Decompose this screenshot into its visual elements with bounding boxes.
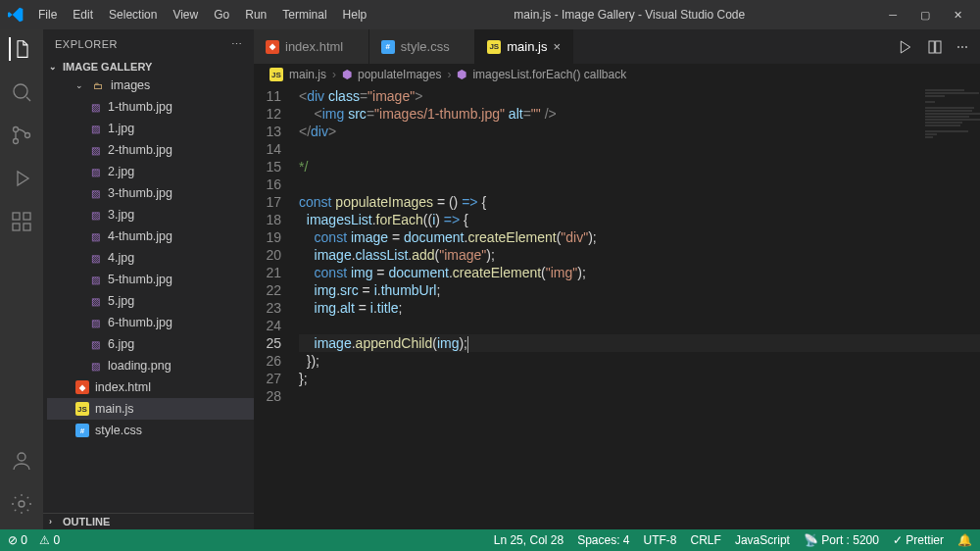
explorer-icon[interactable] bbox=[9, 37, 32, 61]
outline-section[interactable]: › OUTLINE bbox=[43, 514, 254, 529]
code-editor[interactable]: 111213141516171819202122232425262728 <di… bbox=[254, 85, 980, 529]
menu-terminal[interactable]: Terminal bbox=[275, 4, 333, 25]
tab-label: style.css bbox=[401, 39, 450, 54]
line-number: 20 bbox=[254, 246, 281, 264]
image-icon: ▨ bbox=[88, 273, 102, 286]
code-line[interactable]: }); bbox=[299, 352, 980, 370]
minimize-icon[interactable]: ─ bbox=[885, 9, 901, 22]
file-4.jpg[interactable]: ▨4.jpg bbox=[47, 247, 254, 269]
project-section[interactable]: ⌄ IMAGE GALLERY bbox=[43, 59, 254, 75]
account-icon[interactable] bbox=[10, 449, 33, 473]
indentation[interactable]: Spaces: 4 bbox=[577, 533, 629, 547]
code-line[interactable]: const populateImages = () => { bbox=[299, 193, 980, 211]
line-number: 22 bbox=[254, 281, 281, 299]
line-number: 11 bbox=[254, 87, 281, 105]
file-3-thumb.jpg[interactable]: ▨3-thumb.jpg bbox=[47, 182, 254, 204]
debug-icon[interactable] bbox=[10, 167, 33, 190]
file-2.jpg[interactable]: ▨2.jpg bbox=[47, 161, 254, 182]
menu-run[interactable]: Run bbox=[238, 4, 273, 25]
code-line[interactable]: }; bbox=[299, 370, 980, 387]
line-number: 26 bbox=[254, 352, 281, 370]
outline-label: OUTLINE bbox=[63, 516, 110, 527]
file-index.html[interactable]: ◆index.html bbox=[47, 376, 254, 398]
menu-help[interactable]: Help bbox=[336, 4, 374, 25]
code-line[interactable]: imagesList.forEach((i) => { bbox=[299, 211, 980, 228]
file-loading.png[interactable]: ▨loading.png bbox=[47, 355, 254, 376]
file-1.jpg[interactable]: ▨1.jpg bbox=[47, 118, 254, 139]
live-server[interactable]: 📡 Port : 5200 bbox=[804, 533, 879, 547]
code-line[interactable]: const img = document.createElement("img"… bbox=[299, 264, 980, 281]
file-5-thumb.jpg[interactable]: ▨5-thumb.jpg bbox=[47, 269, 254, 290]
menu-view[interactable]: View bbox=[166, 4, 205, 25]
close-icon[interactable]: ✕ bbox=[950, 9, 966, 22]
warnings-count[interactable]: ⚠ 0 bbox=[39, 533, 60, 547]
file-label: 3-thumb.jpg bbox=[108, 186, 172, 200]
menu-edit[interactable]: Edit bbox=[66, 4, 100, 25]
notifications-icon[interactable]: 🔔 bbox=[957, 533, 972, 547]
menu-selection[interactable]: Selection bbox=[102, 4, 164, 25]
breadcrumbs[interactable]: JS main.js › ⬢ populateImages › ⬢ images… bbox=[254, 64, 980, 85]
folder-images[interactable]: ⌄ 🗀 images bbox=[47, 75, 254, 96]
close-icon[interactable]: × bbox=[553, 39, 561, 54]
code-line[interactable]: <div class="image"> bbox=[299, 87, 980, 105]
code-line[interactable]: */ bbox=[299, 158, 980, 175]
code-line[interactable] bbox=[299, 175, 980, 193]
file-label: 5-thumb.jpg bbox=[108, 273, 172, 286]
file-6-thumb.jpg[interactable]: ▨6-thumb.jpg bbox=[47, 312, 254, 333]
more-icon[interactable]: ⋯ bbox=[956, 40, 968, 54]
code-content[interactable]: <div class="image"> <img src="images/1-t… bbox=[299, 85, 980, 529]
language-mode[interactable]: JavaScript bbox=[735, 533, 790, 547]
file-4-thumb.jpg[interactable]: ▨4-thumb.jpg bbox=[47, 225, 254, 247]
file-1-thumb.jpg[interactable]: ▨1-thumb.jpg bbox=[47, 96, 254, 118]
code-line[interactable]: img.src = i.thumbUrl; bbox=[299, 281, 980, 299]
tab-index.html[interactable]: ◆index.html× bbox=[254, 29, 369, 64]
menu-go[interactable]: Go bbox=[207, 4, 236, 25]
encoding[interactable]: UTF-8 bbox=[644, 533, 677, 547]
bc-fn2[interactable]: imagesList.forEach() callback bbox=[472, 68, 626, 81]
image-icon: ▨ bbox=[88, 294, 102, 308]
css-icon: # bbox=[381, 40, 395, 54]
errors-count[interactable]: ⊘ 0 bbox=[8, 533, 27, 547]
file-main.js[interactable]: JSmain.js bbox=[47, 398, 254, 420]
line-number: 15 bbox=[254, 158, 281, 175]
code-line[interactable]: img.alt = i.title; bbox=[299, 299, 980, 317]
eol[interactable]: CRLF bbox=[691, 533, 721, 547]
tab-main.js[interactable]: JSmain.js× bbox=[475, 29, 573, 64]
code-line[interactable]: </div> bbox=[299, 123, 980, 140]
code-line[interactable]: const image = document.createElement("di… bbox=[299, 228, 980, 246]
code-line[interactable]: image.classList.add("image"); bbox=[299, 246, 980, 264]
file-3.jpg[interactable]: ▨3.jpg bbox=[47, 204, 254, 225]
cursor-position[interactable]: Ln 25, Col 28 bbox=[494, 533, 564, 547]
file-style.css[interactable]: #style.css bbox=[47, 420, 254, 441]
code-line[interactable]: image.appendChild(img); bbox=[299, 334, 980, 352]
gear-icon[interactable] bbox=[10, 492, 33, 516]
file-2-thumb.jpg[interactable]: ▨2-thumb.jpg bbox=[47, 139, 254, 161]
svg-point-3 bbox=[25, 133, 30, 138]
minimap[interactable] bbox=[921, 85, 980, 529]
code-line[interactable] bbox=[299, 140, 980, 158]
extensions-icon[interactable] bbox=[10, 210, 33, 233]
tab-style.css[interactable]: #style.css× bbox=[369, 29, 475, 64]
file-label: 6-thumb.jpg bbox=[108, 316, 172, 329]
file-label: 6.jpg bbox=[108, 337, 134, 351]
prettier-status[interactable]: ✓ Prettier bbox=[893, 533, 944, 547]
line-number: 18 bbox=[254, 211, 281, 228]
more-icon[interactable]: ⋯ bbox=[231, 38, 243, 51]
run-icon[interactable] bbox=[898, 39, 913, 55]
file-6.jpg[interactable]: ▨6.jpg bbox=[47, 333, 254, 355]
code-line[interactable]: <img src="images/1-thumb.jpg" alt="" /> bbox=[299, 105, 980, 123]
chevron-down-icon: ⌄ bbox=[49, 62, 59, 72]
code-line[interactable] bbox=[299, 387, 980, 405]
bc-fn1[interactable]: populateImages bbox=[358, 68, 441, 81]
menu-file[interactable]: File bbox=[31, 4, 64, 25]
bc-file[interactable]: main.js bbox=[289, 68, 326, 81]
status-bar: ⊘ 0 ⚠ 0 Ln 25, Col 28 Spaces: 4 UTF-8 CR… bbox=[0, 529, 980, 551]
search-icon[interactable] bbox=[10, 80, 33, 104]
code-line[interactable] bbox=[299, 317, 980, 334]
maximize-icon[interactable]: ▢ bbox=[916, 9, 934, 22]
split-icon[interactable] bbox=[927, 39, 943, 55]
image-icon: ▨ bbox=[88, 229, 102, 243]
source-control-icon[interactable] bbox=[10, 124, 33, 147]
file-5.jpg[interactable]: ▨5.jpg bbox=[47, 290, 254, 312]
image-icon: ▨ bbox=[88, 100, 102, 114]
